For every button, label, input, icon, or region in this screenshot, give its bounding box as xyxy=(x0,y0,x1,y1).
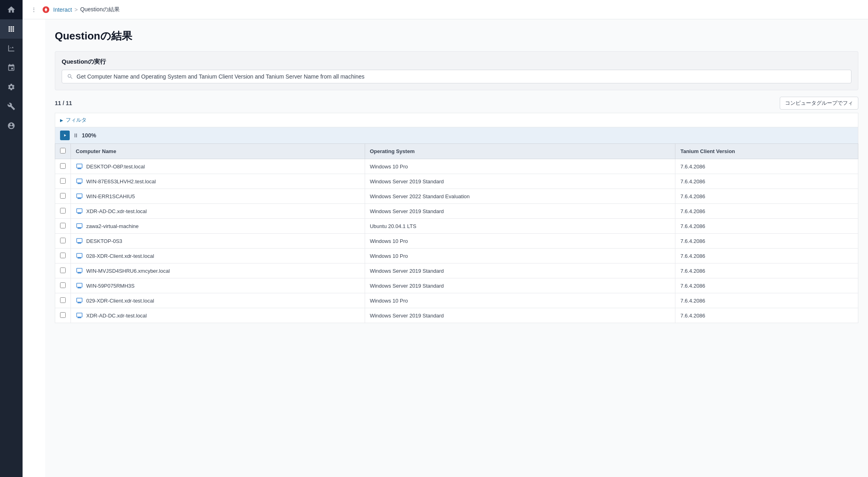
sidebar-item-settings[interactable] xyxy=(0,77,23,97)
computer-icon xyxy=(76,267,83,274)
table-row: DESKTOP-0S3Windows 10 Pro7.6.4.2086 xyxy=(55,234,858,249)
computer-name-text: XDR-AD-DC.xdr-test.local xyxy=(86,208,147,214)
row-computer-name: WIN-87E6S3LHVH2.test.local xyxy=(71,174,365,189)
progress-percentage: 100% xyxy=(82,132,96,139)
row-computer-name: WIN-MVJSD4SHRU6.xmcyber.local xyxy=(71,263,365,278)
row-computer-name: WIN-ERR1SCAHIU5 xyxy=(71,189,365,204)
table-row: XDR-AD-DC.xdr-test.localWindows Server 2… xyxy=(55,308,858,323)
row-version: 7.6.4.2086 xyxy=(675,159,858,174)
row-version: 7.6.4.2086 xyxy=(675,278,858,293)
search-icon xyxy=(67,73,73,80)
computer-icon xyxy=(76,178,83,185)
computer-name-text: 029-XDR-Client.xdr-test.local xyxy=(86,298,154,304)
menu-dots-button[interactable]: ⋮ xyxy=(29,5,39,15)
play-button[interactable] xyxy=(60,131,70,140)
computer-name-text: WIN-MVJSD4SHRU6.xmcyber.local xyxy=(86,268,170,274)
sidebar-home-button[interactable] xyxy=(0,0,23,19)
row-checkbox[interactable] xyxy=(60,163,66,169)
home-icon xyxy=(7,5,16,14)
breadcrumb-current: Questionの結果 xyxy=(80,6,120,13)
select-all-checkbox[interactable] xyxy=(60,148,66,153)
row-computer-name: DESKTOP-O8P.test.local xyxy=(71,159,365,174)
filter-row[interactable]: ▶ フィルタ xyxy=(55,113,858,127)
question-input-wrap xyxy=(62,70,851,83)
row-checkbox-cell xyxy=(55,174,71,189)
col-header-version: Tanium Client Version xyxy=(675,144,858,159)
row-checkbox-cell xyxy=(55,278,71,293)
interact-icon xyxy=(7,64,15,72)
row-os: Windows Server 2019 Standard xyxy=(365,308,675,323)
row-os: Windows 10 Pro xyxy=(365,249,675,263)
row-os: Windows 10 Pro xyxy=(365,234,675,249)
settings-icon xyxy=(7,83,15,91)
row-checkbox[interactable] xyxy=(60,178,66,184)
row-checkbox[interactable] xyxy=(60,238,66,243)
row-checkbox[interactable] xyxy=(60,253,66,258)
results-header: 11 / 11 コンピュータグループでフィ xyxy=(55,97,858,110)
page-title: Questionの結果 xyxy=(55,29,858,43)
row-os: Windows Server 2019 Standard xyxy=(365,204,675,219)
row-os: Windows Server 2019 Standard xyxy=(365,278,675,293)
pause-icon[interactable]: ⏸ xyxy=(73,132,79,139)
sidebar-item-apps[interactable] xyxy=(0,19,23,39)
computer-icon xyxy=(76,237,83,245)
computer-name-text: 028-XDR-Client.xdr-test.local xyxy=(86,253,154,259)
row-checkbox[interactable] xyxy=(60,268,66,273)
sidebar xyxy=(0,0,23,477)
computer-name-text: WIN-87E6S3LHVH2.test.local xyxy=(86,178,156,185)
sidebar-item-admin[interactable] xyxy=(0,116,23,135)
row-checkbox-cell xyxy=(55,234,71,249)
row-checkbox[interactable] xyxy=(60,297,66,303)
row-checkbox-cell xyxy=(55,204,71,219)
table-row: 028-XDR-Client.xdr-test.localWindows 10 … xyxy=(55,249,858,263)
row-version: 7.6.4.2086 xyxy=(675,249,858,263)
row-checkbox-cell xyxy=(55,293,71,308)
sidebar-item-interact[interactable] xyxy=(0,58,23,77)
row-os: Windows Server 2022 Standard Evaluation xyxy=(365,189,675,204)
filter-group-button[interactable]: コンピュータグループでフィ xyxy=(780,97,858,110)
col-header-os: Operating System xyxy=(365,144,675,159)
row-version: 7.6.4.2086 xyxy=(675,204,858,219)
row-checkbox-cell xyxy=(55,219,71,234)
row-checkbox[interactable] xyxy=(60,223,66,228)
row-checkbox[interactable] xyxy=(60,208,66,214)
computer-icon xyxy=(76,282,83,289)
progress-row: ⏸ 100% xyxy=(55,127,858,143)
row-os: Windows Server 2019 Standard xyxy=(365,174,675,189)
row-os: Windows 10 Pro xyxy=(365,293,675,308)
question-input[interactable] xyxy=(77,73,846,80)
breadcrumb-interact-link[interactable]: Interact xyxy=(53,6,72,13)
computer-name-text: WIN-ERR1SCAHIU5 xyxy=(86,193,135,199)
table-row: zawa2-virtual-machineUbuntu 20.04.1 LTS7… xyxy=(55,219,858,234)
computer-icon xyxy=(76,163,83,170)
question-section-title: Questionの実行 xyxy=(62,58,851,66)
col-header-checkbox xyxy=(55,144,71,159)
results-count: 11 / 11 xyxy=(55,100,72,106)
col-header-computer-name: Computer Name xyxy=(71,144,365,159)
breadcrumb-separator: > xyxy=(75,6,78,13)
sidebar-item-charts[interactable] xyxy=(0,39,23,58)
row-checkbox[interactable] xyxy=(60,193,66,199)
computer-icon xyxy=(76,193,83,200)
row-checkbox[interactable] xyxy=(60,282,66,288)
computer-icon xyxy=(76,252,83,259)
row-checkbox-cell xyxy=(55,263,71,278)
table-row: XDR-AD-DC.xdr-test.localWindows Server 2… xyxy=(55,204,858,219)
row-os: Ubuntu 20.04.1 LTS xyxy=(365,219,675,234)
computer-icon xyxy=(76,312,83,319)
table-row: WIN-MVJSD4SHRU6.xmcyber.localWindows Ser… xyxy=(55,263,858,278)
sidebar-item-tools[interactable] xyxy=(0,97,23,116)
tools-icon xyxy=(7,102,15,110)
row-version: 7.6.4.2086 xyxy=(675,263,858,278)
filter-label: フィルタ xyxy=(66,116,87,124)
main-content: Questionの結果 Questionの実行 11 / 11 コンピュータグル… xyxy=(45,19,868,477)
table-row: WIN-ERR1SCAHIU5Windows Server 2022 Stand… xyxy=(55,189,858,204)
row-checkbox-cell xyxy=(55,308,71,323)
row-version: 7.6.4.2086 xyxy=(675,219,858,234)
row-checkbox[interactable] xyxy=(60,312,66,318)
computer-icon xyxy=(76,222,83,230)
admin-icon xyxy=(7,122,15,130)
row-version: 7.6.4.2086 xyxy=(675,234,858,249)
row-checkbox-cell xyxy=(55,159,71,174)
row-computer-name: WIN-59P075RMH3S xyxy=(71,278,365,293)
